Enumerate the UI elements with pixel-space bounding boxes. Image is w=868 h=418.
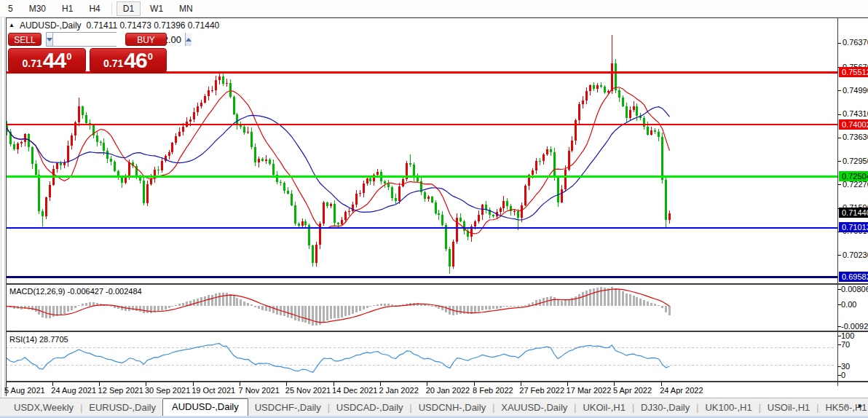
date-axis-label[interactable]: 14 Dec 2021: [332, 386, 377, 395]
tab-scroll-arrows: ◄ ►: [842, 402, 864, 409]
buy-button[interactable]: BUY: [125, 33, 167, 46]
chart-title: ▲ AUDUSD-,Daily 0.71411 0.71473 0.71396 …: [9, 20, 219, 31]
symbol-tab-usdcad-daily[interactable]: USDCAD-,Daily: [330, 400, 410, 416]
date-axis-label[interactable]: 8 Feb 2022: [473, 386, 513, 395]
chevron-up-icon: [186, 38, 192, 42]
price-axis-label: 0.72950: [843, 157, 868, 165]
symbol-tab-usdchf-daily[interactable]: USDCHF-,Daily: [248, 400, 328, 416]
volume-increase-button[interactable]: [185, 33, 192, 46]
rsi-indicator-label: RSI(14) 28.7705: [9, 335, 68, 344]
date-axis-label[interactable]: 20 Jan 2022: [426, 386, 470, 395]
symbol-tab-dj30-daily[interactable]: DJ30-,Daily: [634, 400, 696, 416]
buy-price-box[interactable]: 0.71460: [90, 48, 167, 73]
collapse-triangle-icon[interactable]: ▲: [9, 22, 15, 28]
date-axis-label[interactable]: 19 Oct 2021: [192, 386, 235, 395]
date-axis-label[interactable]: 7 Nov 2021: [239, 386, 280, 395]
rsi-axis-label: 0: [841, 371, 845, 379]
symbol-tab-ukoil-h1[interactable]: UKOil-,H1: [576, 400, 632, 416]
sell-price-base: 0.71: [23, 56, 42, 71]
symbol-tab-usdcnh-daily[interactable]: USDCNH-,Daily: [412, 400, 492, 416]
price-axis-label: 0.74990: [843, 86, 868, 95]
rsi-axis-label: 100: [841, 331, 854, 340]
volume-stepper: [46, 32, 117, 47]
date-axis-label[interactable]: 2 Jan 2022: [379, 386, 418, 395]
price-level-badge: 0.71440: [839, 208, 868, 218]
date-axis-label[interactable]: 17 Mar 2022: [567, 386, 612, 395]
price-level-badge: 0.69582: [839, 272, 868, 282]
sell-price-pips: 44: [43, 50, 66, 71]
price-axis-label: 0.74310: [843, 109, 868, 118]
price-axis-label: 0.70230: [843, 251, 868, 259]
sell-price-point: 0: [66, 53, 71, 60]
buy-price-point: 0: [148, 53, 153, 60]
macd-axis-label: -0.00928: [841, 322, 868, 331]
date-axis-label[interactable]: 5 Apr 2022: [613, 386, 652, 395]
symbol-tab-xauusd-daily[interactable]: XAUUSD-,Daily: [494, 400, 574, 416]
symbol-tab-usdx-weekly[interactable]: USDX,Weekly: [7, 400, 80, 416]
sell-price-box[interactable]: 0.71440: [8, 48, 86, 73]
date-axis-label[interactable]: 5 Aug 2021: [4, 386, 45, 395]
symbol-tab-usoil-h1[interactable]: USOil-,H1: [761, 400, 817, 416]
one-click-trading-widget: SELL BUY 0.71440 0.71460: [8, 32, 167, 73]
chevron-down-icon: [47, 38, 52, 42]
tab-scroll-left-icon[interactable]: ◄: [842, 402, 848, 409]
date-axis-label[interactable]: 24 Apr 2022: [660, 386, 703, 395]
price-level-badge: 0.72504: [839, 171, 868, 181]
price-level-badge: 0.71013: [839, 222, 868, 232]
trading-platform-window: { "toolbar": {"items": ["5", "M30", "H1"…: [0, 0, 868, 418]
buy-price-pips: 46: [124, 50, 146, 71]
chart-symbol-period: AUDUSD-,Daily: [20, 20, 82, 31]
buy-price-base: 0.71: [103, 56, 123, 71]
macd-indicator-label: MACD(12,26,9) -0.006427 -0.002484: [9, 287, 142, 296]
date-axis-label[interactable]: 25 Nov 2021: [285, 386, 331, 395]
symbol-tab-eurusd-daily[interactable]: EURUSD-,Daily: [82, 400, 162, 416]
date-axis-label[interactable]: 30 Sep 2021: [145, 386, 190, 395]
price-axis-label: 0.76370: [843, 38, 868, 47]
volume-decrease-button[interactable]: [47, 33, 53, 46]
symbol-tab-bar: USDX,Weekly|EURUSD-,DailyAUDUSD-,DailyUS…: [0, 398, 868, 416]
tab-scroll-right-icon[interactable]: ►: [857, 402, 864, 409]
macd-axis-label: 0.008061: [841, 285, 868, 293]
symbol-tab-uk100-h1[interactable]: UK100-,H1: [698, 400, 758, 416]
symbol-tab-audusd-daily[interactable]: AUDUSD-,Daily: [162, 398, 248, 416]
rsi-axis-label: 30: [841, 362, 850, 371]
date-axis-label[interactable]: 27 Feb 2022: [519, 386, 564, 395]
sell-button[interactable]: SELL: [8, 33, 42, 46]
rsi-axis-label: 70: [841, 340, 850, 349]
date-axis-label[interactable]: 12 Sep 2021: [98, 386, 143, 395]
chart-ohlc-values: 0.71411 0.71473 0.71396 0.71440: [87, 20, 220, 31]
price-level-badge: 0.75512: [839, 67, 868, 77]
price-axis-label: 0.73630: [843, 133, 868, 141]
price-level-badge: 0.74002: [839, 119, 868, 130]
macd-axis-label: 0.00: [841, 300, 856, 309]
date-axis-label[interactable]: 24 Aug 2021: [51, 386, 96, 395]
